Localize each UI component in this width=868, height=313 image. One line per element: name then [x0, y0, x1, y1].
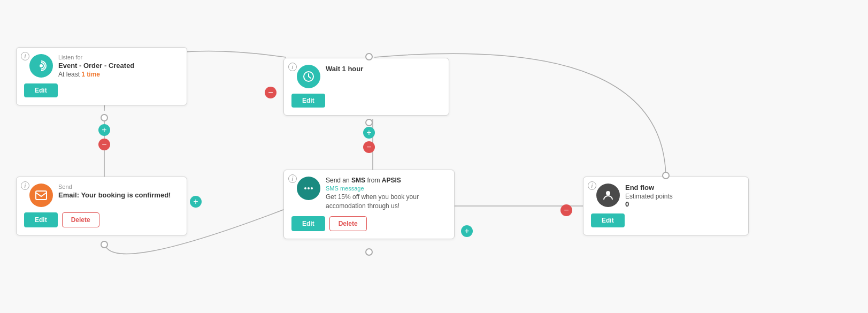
- wait-node: i Wait 1 hour Edit: [283, 58, 449, 116]
- email-info-icon: i: [21, 181, 29, 190]
- sms-bottom-connector: [365, 248, 373, 256]
- sms-message: Get 15% off when you book your accomodat…: [326, 193, 447, 211]
- svg-point-6: [606, 191, 610, 195]
- wait-info-icon: i: [288, 63, 297, 71]
- email-bottom-connector: [101, 241, 108, 248]
- end-edit-button[interactable]: Edit: [591, 213, 625, 227]
- listen-remove-connector[interactable]: −: [98, 139, 110, 150]
- end-subtitle: Estimated points: [625, 193, 741, 200]
- svg-point-0: [40, 64, 43, 67]
- end-title: End flow: [625, 184, 741, 192]
- email-icon-circle: [29, 184, 53, 207]
- listen-edit-button[interactable]: Edit: [24, 83, 58, 97]
- svg-rect-1: [36, 191, 47, 200]
- listen-title: Event - Order - Created: [58, 62, 179, 70]
- wait-left-remove-connector[interactable]: −: [265, 87, 276, 98]
- listen-label: Listen for: [58, 54, 179, 60]
- email-delete-button[interactable]: Delete: [62, 212, 99, 227]
- listen-subtitle: At least 1 time: [58, 71, 179, 78]
- sms-right-add-connector[interactable]: +: [461, 225, 473, 237]
- svg-point-4: [308, 187, 310, 189]
- listen-node: i Listen for Event - Order - Created At …: [16, 47, 187, 105]
- sms-info-icon: i: [288, 174, 297, 183]
- end-info-icon: i: [588, 181, 596, 190]
- send-email-node: i Send Email: Your booking is confirmed!…: [16, 177, 187, 235]
- listen-bottom-connector: [101, 114, 108, 121]
- sms-icon-circle: [297, 177, 320, 200]
- email-title: Email: Your booking is confirmed!: [58, 191, 179, 199]
- end-flow-node: i End flow Estimated points 0 Edit: [583, 177, 749, 235]
- sms-sender-line: Send an SMS from APSIS: [326, 177, 447, 184]
- wait-edit-button[interactable]: Edit: [291, 94, 325, 108]
- listen-add-connector[interactable]: +: [98, 124, 110, 136]
- wait-icon-circle: [297, 65, 320, 88]
- email-edit-button[interactable]: Edit: [24, 212, 58, 227]
- wait-add-connector[interactable]: +: [363, 127, 375, 139]
- email-label: Send: [58, 184, 179, 190]
- email-right-add-connector[interactable]: +: [190, 196, 202, 208]
- sms-edit-button[interactable]: Edit: [291, 216, 325, 231]
- wait-title: Wait 1 hour: [326, 65, 441, 73]
- sms-type-label: SMS message: [326, 185, 447, 192]
- sms-left-remove[interactable]: −: [560, 204, 572, 216]
- wait-remove-connector[interactable]: −: [363, 141, 375, 153]
- wait-top-connector: [365, 53, 373, 60]
- end-top-connector: [662, 172, 670, 179]
- wait-bottom-connector: [365, 119, 373, 126]
- end-points: 0: [625, 200, 741, 208]
- svg-point-3: [304, 187, 306, 189]
- listen-icon: [29, 54, 53, 78]
- end-icon-circle: [596, 184, 620, 207]
- sms-node: i Send an SMS from APSIS SMS message Get…: [283, 170, 455, 239]
- sms-delete-button[interactable]: Delete: [329, 216, 367, 231]
- listen-info-icon: i: [21, 52, 29, 60]
- svg-point-5: [311, 187, 313, 189]
